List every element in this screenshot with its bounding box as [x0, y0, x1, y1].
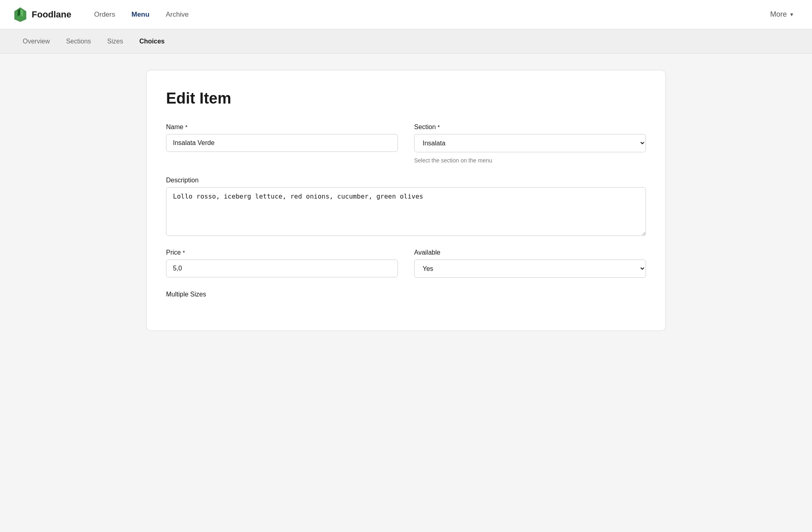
- available-label: Available: [414, 249, 646, 256]
- name-group: Name *: [166, 123, 398, 164]
- chevron-down-icon: ▼: [789, 12, 794, 17]
- section-hint: Select the section on the menu: [414, 157, 646, 164]
- multiple-sizes-label: Multiple Sizes: [166, 291, 646, 298]
- description-row: Description Lollo rosso, iceberg lettuce…: [166, 177, 646, 236]
- sub-nav-sections[interactable]: Sections: [60, 35, 97, 48]
- multiple-sizes-group: Multiple Sizes: [166, 291, 646, 298]
- section-select[interactable]: Insalata Antipasti Primi Secondi Dessert: [414, 134, 646, 152]
- section-label: Section *: [414, 123, 646, 131]
- sub-nav-sizes[interactable]: Sizes: [101, 35, 130, 48]
- sub-nav-choices[interactable]: Choices: [133, 35, 171, 48]
- price-required-star: *: [183, 249, 185, 256]
- price-label: Price *: [166, 249, 398, 256]
- more-label: More: [770, 10, 787, 19]
- sub-nav-overview[interactable]: Overview: [16, 35, 56, 48]
- navbar: Foodlane Orders Menu Archive More ▼: [0, 0, 812, 29]
- edit-item-card: Edit Item Name * Section * Insalata Anti…: [146, 70, 666, 331]
- name-required-star: *: [185, 124, 187, 130]
- navbar-right: More ▼: [765, 7, 799, 22]
- description-textarea[interactable]: Lollo rosso, iceberg lettuce, red onions…: [166, 187, 646, 236]
- nav-menu[interactable]: Menu: [125, 7, 156, 22]
- available-select[interactable]: Yes No: [414, 260, 646, 278]
- nav-links: Orders Menu Archive: [88, 7, 765, 22]
- brand-logo-link[interactable]: Foodlane: [13, 7, 71, 22]
- price-input[interactable]: [166, 260, 398, 277]
- description-group: Description Lollo rosso, iceberg lettuce…: [166, 177, 646, 236]
- section-group: Section * Insalata Antipasti Primi Secon…: [414, 123, 646, 164]
- section-required-star: *: [438, 124, 440, 130]
- description-label: Description: [166, 177, 646, 184]
- price-available-row: Price * Available Yes No: [166, 249, 646, 278]
- name-label: Name *: [166, 123, 398, 131]
- more-button[interactable]: More ▼: [765, 7, 799, 22]
- foodlane-logo-icon: [13, 7, 28, 22]
- name-input[interactable]: [166, 134, 398, 152]
- price-group: Price *: [166, 249, 398, 278]
- nav-orders[interactable]: Orders: [88, 7, 122, 22]
- available-group: Available Yes No: [414, 249, 646, 278]
- main-content: Edit Item Name * Section * Insalata Anti…: [122, 54, 690, 347]
- sub-navbar: Overview Sections Sizes Choices: [0, 29, 812, 54]
- page-title: Edit Item: [166, 90, 646, 107]
- brand-name: Foodlane: [32, 9, 71, 20]
- name-section-row: Name * Section * Insalata Antipasti Prim…: [166, 123, 646, 164]
- nav-archive[interactable]: Archive: [159, 7, 195, 22]
- multiple-sizes-row: Multiple Sizes: [166, 291, 646, 298]
